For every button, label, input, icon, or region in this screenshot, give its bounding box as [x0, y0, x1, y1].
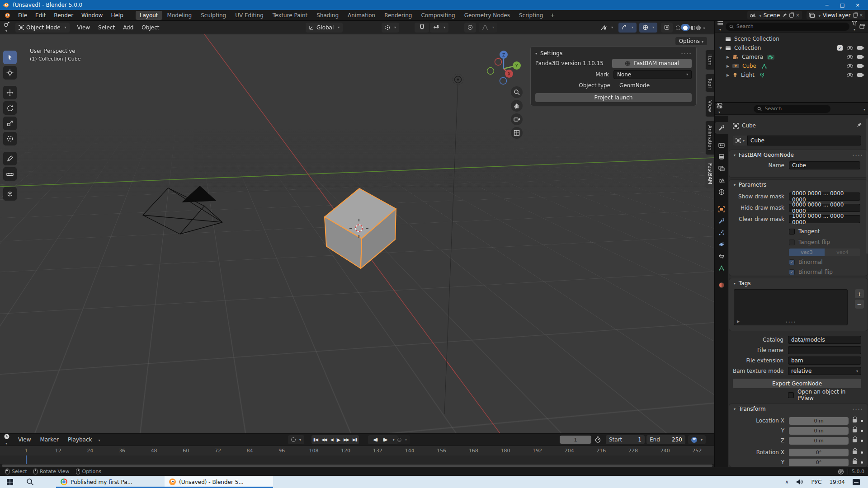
file-name-field[interactable] — [788, 346, 861, 354]
minimize-button[interactable]: ─ — [819, 0, 835, 10]
scene-name[interactable]: Scene — [764, 12, 780, 19]
export-geomnode-button[interactable]: Export GeomNode — [733, 379, 861, 388]
jump-to-end-button[interactable]: ▶▮ — [351, 437, 359, 442]
proportional-falloff-dropdown[interactable] — [479, 23, 497, 33]
viewlayer-name[interactable]: ViewLayer — [823, 12, 851, 19]
frame-tick[interactable]: 120 — [341, 448, 350, 454]
current-frame-field[interactable]: 1 — [560, 436, 591, 444]
collection-checkbox[interactable] — [837, 45, 843, 51]
outliner-row-camera[interactable]: ▶ Camera — [715, 52, 868, 61]
disable-render-icon[interactable] — [857, 64, 863, 68]
viewport-3d[interactable]: Object Mode ViewSelectAddObject Global — [0, 21, 714, 433]
frame-tick[interactable]: 180 — [500, 448, 510, 454]
proportional-editing-toggle[interactable] — [464, 23, 476, 33]
lock-icon[interactable] — [853, 460, 857, 464]
hide-viewport-icon[interactable] — [847, 64, 853, 68]
frame-tick[interactable]: 84 — [247, 448, 253, 454]
add-workspace-button[interactable]: + — [547, 12, 558, 19]
shading-wireframe-icon[interactable]: ○ — [675, 24, 680, 31]
blender-menu-icon[interactable] — [0, 12, 14, 19]
transform-panel-header[interactable]: Transform ∙∙∙∙ — [729, 404, 868, 414]
tab-view-layer[interactable] — [715, 163, 728, 174]
timeline-sync-dropdown[interactable] — [688, 435, 706, 444]
breadcrumb-object-name[interactable]: Cube — [742, 122, 756, 129]
volume-icon[interactable] — [796, 479, 803, 485]
ortho-view-icon[interactable] — [511, 127, 523, 139]
shading-dropdown-icon[interactable] — [701, 24, 705, 31]
location-z-field[interactable]: 0 m — [789, 437, 849, 445]
frame-tick[interactable]: 168 — [469, 448, 478, 454]
viewlayer-selector[interactable]: ViewLayer × — [807, 11, 865, 19]
tab-particles[interactable] — [715, 227, 728, 239]
menu-item[interactable]: Render — [50, 10, 77, 21]
vec3-option[interactable]: vec3 — [789, 249, 825, 256]
lock-icon[interactable] — [853, 450, 857, 454]
expand-icon[interactable]: ▼ — [718, 46, 723, 50]
menu-item[interactable]: Edit — [31, 10, 50, 21]
disable-render-icon[interactable] — [857, 46, 863, 50]
frame-tick[interactable]: 204 — [565, 448, 574, 454]
tab-object-data[interactable] — [715, 262, 728, 274]
tool-cursor[interactable] — [3, 66, 17, 80]
mark-dropdown[interactable]: None▾ — [613, 70, 692, 79]
snap-toggle[interactable] — [415, 23, 429, 33]
tags-panel-header[interactable]: Tags — [729, 278, 868, 288]
close-button[interactable]: × — [850, 0, 865, 10]
navigation-gizmo[interactable]: Z Y X — [482, 46, 532, 91]
outliner-display-mode-dropdown[interactable] — [717, 21, 723, 32]
clock[interactable]: 19:04 — [829, 479, 845, 485]
new-scene-icon[interactable] — [789, 13, 793, 18]
pin-id-icon[interactable] — [857, 122, 862, 127]
workspace-tab[interactable]: UV Editing — [231, 11, 268, 20]
zoom-view-icon[interactable] — [511, 86, 523, 98]
tool-add-cube[interactable] — [3, 187, 17, 201]
panel-grip-icon[interactable]: ∙∙∙∙ — [681, 52, 692, 56]
vec4-option[interactable]: vec4 — [825, 249, 860, 256]
shading-rendered-icon[interactable]: ◍ — [696, 24, 701, 31]
location-y-field[interactable]: 0 m — [789, 427, 849, 435]
timeline-menu-item[interactable]: Playback — [63, 436, 97, 443]
frame-step-buttons[interactable]: ◀▮▮▶ — [368, 435, 398, 444]
tab-world[interactable] — [715, 186, 728, 198]
sidebar-tab[interactable]: Tool — [705, 74, 714, 92]
viewport-menu-item[interactable]: Object — [137, 24, 163, 31]
tool-transform[interactable] — [3, 132, 17, 145]
frame-tick[interactable]: 132 — [373, 448, 382, 454]
frame-tick[interactable]: 36 — [119, 448, 125, 454]
mesh-data-icon[interactable] — [761, 64, 767, 69]
viewport-menu-item[interactable]: Add — [119, 24, 137, 31]
project-launch-button[interactable]: Project launch — [535, 93, 692, 102]
properties-scrollbar[interactable] — [866, 118, 868, 254]
jump-to-start-button[interactable]: ▮◀ — [311, 437, 320, 442]
maximize-button[interactable]: □ — [835, 0, 850, 10]
next-keyframe-button[interactable]: ▶▶ — [342, 437, 351, 442]
settings-panel-header[interactable]: Settings ∙∙∙∙ — [535, 49, 692, 57]
expand-icon[interactable]: ▶ — [726, 73, 730, 77]
scene-dropdown-icon[interactable] — [758, 12, 761, 19]
id-name-field[interactable]: Cube — [747, 136, 861, 145]
add-tag-button[interactable]: + — [855, 289, 864, 298]
xray-toggle[interactable] — [661, 23, 673, 33]
tool-scale[interactable] — [3, 117, 17, 130]
location-x-field[interactable]: 0 m — [789, 417, 849, 425]
expand-icon[interactable]: ▶ — [726, 55, 730, 59]
workspace-tab[interactable]: Compositing — [417, 11, 459, 20]
tab-material[interactable] — [715, 279, 728, 291]
frame-tick[interactable]: 60 — [183, 448, 189, 454]
binormal-flip-checkbox[interactable] — [789, 269, 795, 275]
timeline-editor-type-icon[interactable] — [0, 433, 14, 446]
tab-object[interactable] — [715, 203, 728, 215]
lock-icon[interactable] — [853, 429, 857, 432]
start-button[interactable] — [0, 476, 20, 488]
animate-dot-icon[interactable] — [861, 430, 863, 432]
shading-solid-icon[interactable]: ● — [681, 24, 689, 31]
tab-scene[interactable] — [715, 174, 728, 186]
tab-physics[interactable] — [715, 239, 728, 250]
rotation-y-field[interactable]: 0° — [789, 459, 849, 466]
sidebar-tab[interactable]: Item — [705, 50, 714, 70]
frame-tick[interactable]: 96 — [278, 448, 285, 454]
unlink-scene-icon[interactable]: × — [796, 13, 799, 18]
frame-tick[interactable]: 144 — [405, 448, 414, 454]
expand-icon[interactable]: ▶ — [726, 64, 730, 68]
gizmos-dropdown[interactable] — [618, 23, 637, 33]
